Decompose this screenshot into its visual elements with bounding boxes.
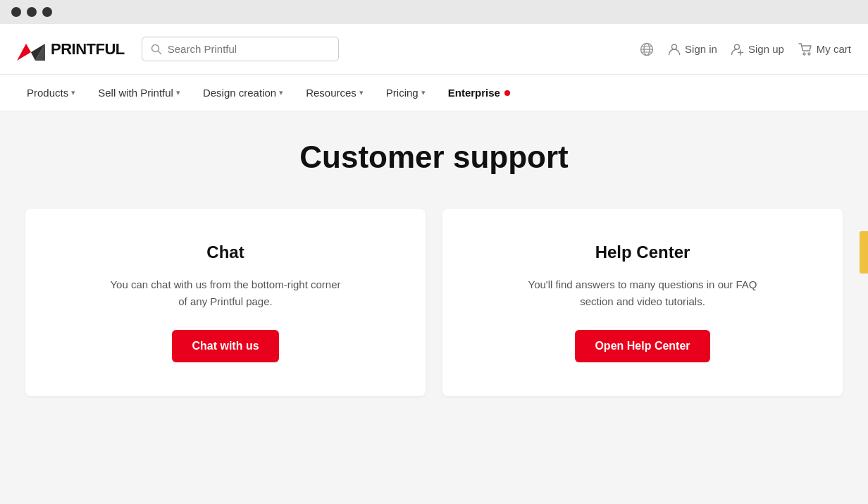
scroll-indicator — [860, 231, 868, 273]
page-title: Customer support — [17, 140, 851, 175]
svg-point-12 — [734, 44, 739, 49]
search-input[interactable] — [168, 43, 330, 55]
open-help-center-button[interactable]: Open Help Center — [575, 330, 709, 362]
chat-with-us-button[interactable]: Chat with us — [172, 330, 278, 362]
search-bar[interactable] — [142, 37, 339, 61]
chevron-down-icon: ▾ — [176, 88, 180, 97]
window-dot-2 — [27, 7, 37, 17]
chevron-down-icon: ▾ — [71, 88, 75, 97]
cart-button[interactable]: My cart — [798, 43, 851, 56]
chat-card-description: You can chat with us from the bottom-rig… — [106, 276, 345, 310]
nav-item-products[interactable]: Products ▾ — [17, 75, 85, 111]
sign-up-button[interactable]: Sign up — [731, 43, 784, 56]
help-center-card: Help Center You'll find answers to many … — [442, 209, 843, 396]
nav-item-resources[interactable]: Resources ▾ — [296, 75, 373, 111]
support-cards: Chat You can chat with us from the botto… — [25, 209, 843, 396]
nav-item-enterprise[interactable]: Enterprise — [438, 75, 520, 111]
enterprise-badge-dot — [504, 90, 510, 96]
logo[interactable]: PRINTFUL — [17, 38, 125, 61]
search-icon — [151, 44, 162, 55]
cart-icon — [798, 43, 812, 56]
window-dot-3 — [42, 7, 52, 17]
svg-line-5 — [158, 51, 161, 54]
main-content: Customer support Chat You can chat with … — [0, 111, 868, 450]
add-person-icon — [731, 43, 744, 56]
window-dot-1 — [11, 7, 21, 17]
nav-item-sell[interactable]: Sell with Printful ▾ — [88, 75, 190, 111]
nav-item-design[interactable]: Design creation ▾ — [193, 75, 293, 111]
main-nav: Products ▾ Sell with Printful ▾ Design c… — [0, 75, 868, 111]
svg-point-15 — [803, 53, 805, 55]
chevron-down-icon: ▾ — [421, 88, 426, 97]
region-selector[interactable] — [640, 42, 654, 56]
svg-marker-0 — [17, 44, 31, 61]
svg-point-16 — [808, 53, 810, 55]
help-center-card-title: Help Center — [595, 242, 690, 262]
logo-text: PRINTFUL — [51, 40, 125, 59]
nav-item-pricing[interactable]: Pricing ▾ — [376, 75, 435, 111]
sign-in-button[interactable]: Sign in — [668, 43, 717, 56]
header: PRINTFUL Sign in — [0, 24, 868, 75]
title-bar — [0, 0, 868, 24]
help-center-card-description: You'll find answers to many questions in… — [523, 276, 762, 310]
sign-up-label: Sign up — [748, 43, 784, 55]
cart-label: My cart — [817, 43, 851, 55]
person-icon — [668, 43, 681, 56]
sign-in-label: Sign in — [685, 43, 717, 55]
chat-card-title: Chat — [206, 242, 244, 262]
globe-icon — [640, 42, 654, 56]
chat-card: Chat You can chat with us from the botto… — [25, 209, 426, 396]
chevron-down-icon: ▾ — [359, 88, 364, 97]
logo-icon — [17, 38, 45, 61]
chevron-down-icon: ▾ — [279, 88, 283, 97]
svg-point-11 — [672, 44, 677, 49]
header-right: Sign in Sign up My cart — [640, 42, 851, 56]
